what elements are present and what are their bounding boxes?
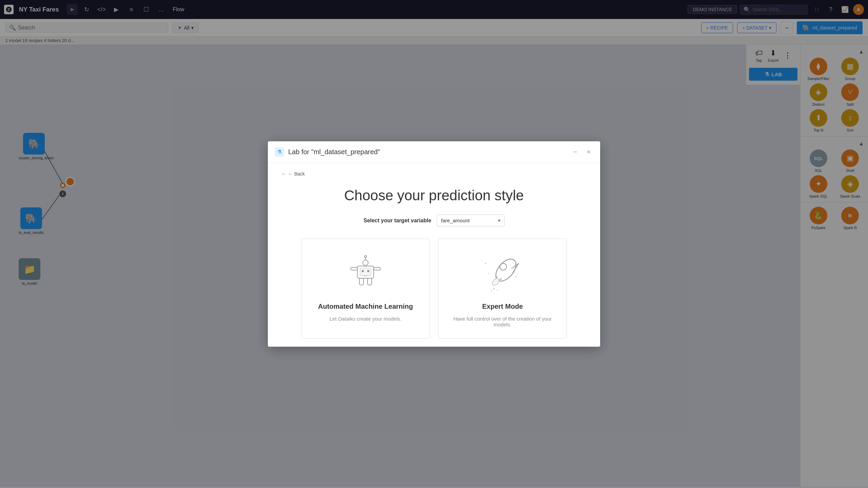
expert-illustration [479, 250, 526, 297]
modal-heading: Choose your prediction style [281, 187, 587, 204]
back-arrow-icon: ← [281, 171, 286, 177]
target-variable-select[interactable]: fare_amount tip_amount passenger_count [437, 215, 505, 226]
expert-card-desc: Have full control over of the creation o… [447, 316, 558, 327]
svg-point-14 [367, 270, 369, 272]
svg-rect-19 [368, 278, 372, 285]
modal-title: Lab for "ml_dataset_prepared" [288, 148, 567, 156]
svg-point-26 [485, 263, 486, 264]
prediction-style-modal: ⚗ Lab for "ml_dataset_prepared" − × ← ← … [268, 141, 600, 347]
modal-close-button[interactable]: × [584, 147, 593, 157]
modal-header: ⚗ Lab for "ml_dataset_prepared" − × [268, 141, 600, 163]
automl-card-title: Automated Machine Learning [318, 303, 413, 310]
modal-body: ← ← Back Choose your prediction style Se… [268, 163, 600, 347]
target-variable-label: Select your target variable [363, 218, 431, 224]
svg-rect-15 [364, 265, 367, 267]
expert-card-title: Expert Mode [482, 303, 523, 310]
automl-illustration [342, 250, 389, 297]
modal-header-icon: ⚗ [275, 147, 284, 157]
back-link[interactable]: ← ← Back [281, 171, 587, 177]
automl-card[interactable]: Automated Machine Learning Let Dataiku c… [301, 239, 430, 339]
svg-point-6 [363, 260, 368, 265]
svg-point-8 [364, 256, 367, 258]
svg-point-23 [493, 288, 495, 290]
svg-rect-17 [374, 267, 380, 270]
svg-point-13 [362, 270, 364, 272]
svg-rect-12 [360, 268, 371, 276]
svg-rect-18 [359, 278, 363, 285]
modal-overlay: ⚗ Lab for "ml_dataset_prepared" − × ← ← … [0, 0, 868, 488]
prediction-cards-row: Automated Machine Learning Let Dataiku c… [281, 239, 587, 339]
svg-rect-16 [351, 267, 357, 270]
target-variable-row: Select your target variable fare_amount … [281, 215, 587, 226]
target-variable-select-wrapper: fare_amount tip_amount passenger_count [437, 215, 505, 226]
back-label: ← Back [288, 171, 305, 177]
modal-minimize-button[interactable]: − [571, 147, 580, 157]
expert-card[interactable]: Expert Mode Have full control over of th… [438, 239, 567, 339]
svg-point-27 [515, 276, 517, 278]
svg-point-28 [489, 273, 490, 274]
svg-point-25 [497, 290, 498, 291]
automl-card-desc: Let Dataiku create your models. [330, 316, 401, 322]
svg-point-24 [491, 290, 492, 292]
